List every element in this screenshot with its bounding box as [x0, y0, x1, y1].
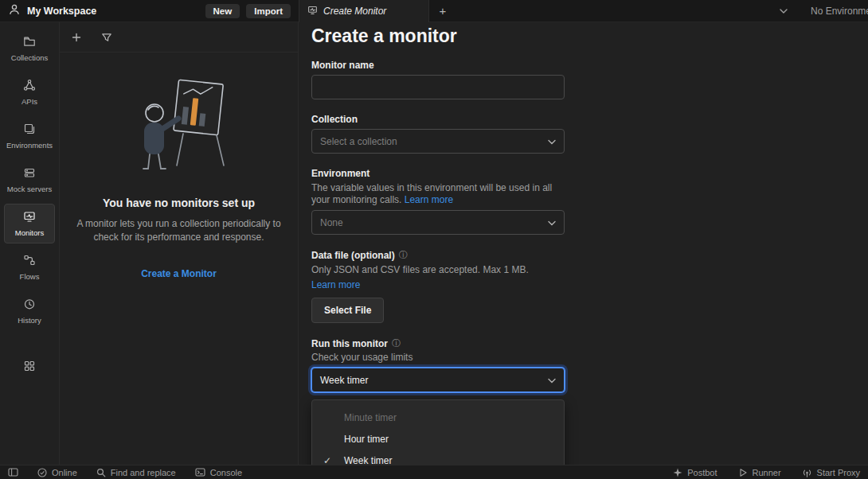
find-and-replace-label: Find and replace: [111, 468, 176, 477]
chevron-down-icon: [548, 375, 556, 386]
environment-zone: No Environment: [779, 0, 868, 21]
option-week-timer[interactable]: ✓ Week timer: [312, 450, 564, 465]
run-monitor-value: Week timer: [320, 375, 368, 386]
sidebar-item-history[interactable]: History: [4, 291, 55, 331]
filter-icon[interactable]: [100, 30, 114, 45]
monitors-empty-state: You have no monitors set up A monitor le…: [60, 53, 298, 465]
status-bar: Online Find and replace Console Postbot: [0, 465, 868, 479]
data-file-field: Data file (optional) ⓘ Only JSON and CSV…: [311, 249, 565, 323]
sidebar-item-label: Monitors: [15, 228, 44, 237]
configure-sidebar-button[interactable]: [17, 354, 42, 380]
collection-select[interactable]: Select a collection: [311, 129, 565, 154]
history-icon: [23, 298, 36, 312]
workspace-name: My Workspace: [27, 6, 96, 17]
chevron-down-icon: [548, 217, 556, 228]
chevron-down-icon[interactable]: [779, 6, 788, 17]
monitor-name-input[interactable]: [320, 82, 556, 93]
sidebar-item-collections[interactable]: Collections: [4, 29, 55, 68]
environment-value: None: [320, 217, 343, 228]
online-status[interactable]: Online: [37, 468, 77, 477]
sidebar-item-label: History: [18, 316, 41, 325]
find-and-replace-button[interactable]: Find and replace: [96, 468, 176, 477]
status-bar-right: Postbot Runner Start Proxy: [673, 468, 860, 477]
collections-icon: [23, 35, 36, 49]
sidebar-item-environments[interactable]: Environments: [4, 116, 55, 156]
runner-label: Runner: [753, 468, 781, 477]
page-title: Create a monitor: [311, 25, 868, 47]
empty-monitors-description: A monitor lets you run a collection peri…: [73, 217, 285, 244]
mock-servers-icon: [23, 166, 36, 181]
import-button[interactable]: Import: [246, 4, 291, 18]
run-monitor-field: Run this monitor ⓘ Check your usage limi…: [311, 337, 565, 392]
flows-icon: [23, 254, 36, 268]
app-window: My Workspace New Import Create Monitor +: [0, 0, 868, 479]
postbot-label: Postbot: [687, 468, 717, 477]
environment-select[interactable]: None: [311, 210, 565, 235]
info-icon[interactable]: ⓘ: [399, 249, 408, 261]
sidebar-item-flows[interactable]: Flows: [4, 247, 55, 287]
environment-label: Environment: [311, 168, 565, 179]
collection-field: Collection Select a collection: [311, 114, 565, 154]
online-label: Online: [52, 468, 77, 477]
select-file-button[interactable]: Select File: [311, 298, 384, 323]
sidebar-item-apis[interactable]: APIs: [4, 72, 55, 112]
run-monitor-select[interactable]: Week timer: [311, 368, 565, 392]
apis-icon: [23, 79, 36, 93]
console-label: Console: [210, 468, 242, 477]
toggle-sidebar-button[interactable]: [8, 468, 18, 477]
environment-selector[interactable]: No Environment: [811, 6, 868, 17]
postbot-button[interactable]: Postbot: [673, 468, 717, 477]
monitors-panel-toolbar: [60, 22, 298, 53]
option-label: Hour timer: [344, 434, 389, 445]
data-file-learn-more-row: Learn more: [311, 279, 569, 291]
sidebar-item-label: Flows: [20, 272, 40, 281]
data-file-label-text: Data file (optional): [311, 250, 395, 261]
console-button[interactable]: Console: [195, 468, 242, 477]
sidebar-item-label: Collections: [11, 53, 48, 62]
check-icon: ✓: [323, 455, 331, 465]
start-proxy-label: Start Proxy: [817, 468, 860, 477]
sidebar-item-label: Mock servers: [7, 185, 52, 193]
sidebar-item-monitors[interactable]: Monitors: [4, 204, 55, 243]
grid-icon: [23, 360, 36, 375]
run-monitor-select-wrap: Week timer Minute timer Hour timer: [311, 368, 565, 392]
tab-bar: Create Monitor + No Environment: [299, 0, 868, 21]
header: My Workspace New Import Create Monitor +: [0, 0, 868, 22]
monitor-name-field: Monitor name: [311, 60, 565, 99]
environment-learn-more-link[interactable]: Learn more: [405, 194, 453, 205]
empty-monitors-illustration: [119, 75, 239, 179]
option-label: Minute timer: [344, 412, 397, 423]
run-monitor-label: Run this monitor ⓘ: [311, 337, 565, 349]
data-file-description: Only JSON and CSV files are accepted. Ma…: [311, 264, 569, 276]
tab-create-monitor[interactable]: Create Monitor: [299, 0, 429, 22]
create-monitor-form: Create a monitor Monitor name Collection…: [299, 22, 868, 465]
create-monitor-link[interactable]: Create a Monitor: [141, 268, 217, 279]
monitor-name-control: [311, 75, 565, 99]
run-monitor-label-text: Run this monitor: [311, 338, 388, 349]
monitors-panel: You have no monitors set up A monitor le…: [60, 22, 299, 465]
data-file-label: Data file (optional) ⓘ: [311, 249, 565, 261]
monitor-tab-icon: [307, 5, 318, 18]
empty-monitors-title: You have no monitors set up: [103, 197, 255, 209]
environment-field: Environment The variable values in this …: [311, 168, 565, 235]
option-hour-timer[interactable]: Hour timer: [312, 428, 564, 450]
usage-limits-note: Check your usage limits: [311, 352, 569, 364]
option-minute-timer[interactable]: Minute timer: [312, 407, 564, 428]
option-label: Week timer: [344, 455, 392, 465]
collection-placeholder: Select a collection: [320, 136, 397, 147]
start-proxy-button[interactable]: Start Proxy: [802, 468, 860, 477]
header-left: My Workspace New Import: [0, 0, 299, 21]
middle-region: Collections APIs Environments: [0, 22, 868, 465]
add-monitor-icon[interactable]: [69, 30, 84, 45]
monitor-name-label: Monitor name: [311, 60, 565, 71]
workspace-switcher[interactable]: My Workspace: [8, 3, 96, 18]
chevron-down-icon: [548, 136, 556, 147]
data-file-learn-more-link[interactable]: Learn more: [311, 279, 360, 290]
tab-title: Create Monitor: [323, 6, 386, 17]
collection-label: Collection: [311, 114, 565, 125]
runner-button[interactable]: Runner: [738, 468, 781, 477]
info-icon[interactable]: ⓘ: [392, 337, 401, 349]
new-button[interactable]: New: [205, 4, 240, 18]
new-tab-button[interactable]: +: [429, 0, 456, 21]
sidebar-item-mock-servers[interactable]: Mock servers: [4, 160, 55, 200]
